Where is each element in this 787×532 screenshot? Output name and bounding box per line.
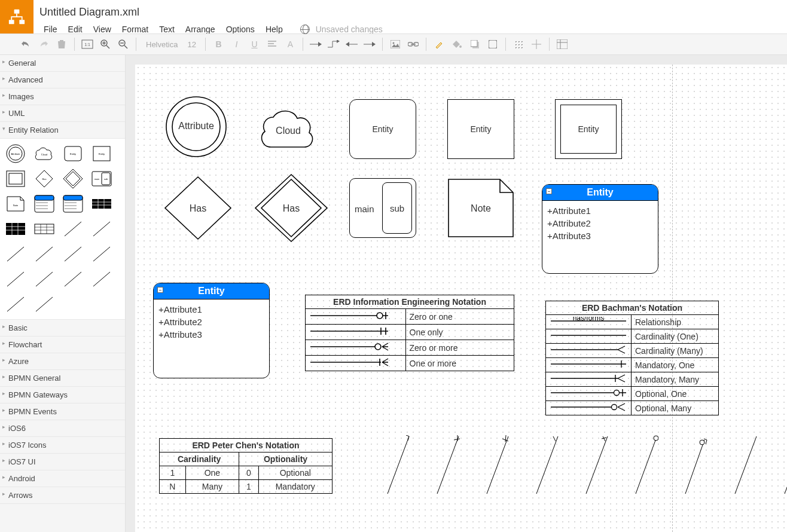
layout-button[interactable] xyxy=(553,36,571,53)
table-title: ERD Information Engineering Notation xyxy=(306,295,514,309)
palette-shape[interactable]: Note xyxy=(2,192,29,215)
palette-category[interactable]: General xyxy=(0,55,125,72)
palette-category[interactable]: Android xyxy=(0,470,125,487)
shape-entity-double[interactable]: Entity xyxy=(555,99,622,159)
svg-text:Note: Note xyxy=(13,204,19,207)
palette-category[interactable]: BPMN General xyxy=(0,370,125,387)
shape-has-diamond[interactable]: Has xyxy=(159,172,237,246)
palette-category[interactable]: Flowchart xyxy=(0,337,125,353)
shape-has-diamond-double[interactable]: Has xyxy=(252,172,330,246)
line-color-button[interactable] xyxy=(430,36,448,53)
shape-entity-class[interactable]: –Entity +Attribute1 +Attribute2 +Attribu… xyxy=(542,184,658,274)
erd-peterchen-table[interactable]: ERD Peter Chen's Notation CardinalityOpt… xyxy=(159,438,333,494)
insert-link-button[interactable] xyxy=(404,36,422,53)
zoom-out-button[interactable] xyxy=(114,36,132,53)
palette-shape[interactable] xyxy=(60,192,86,215)
shape-attribute[interactable]: Attribute xyxy=(160,94,232,161)
undo-button[interactable] xyxy=(17,36,35,53)
redo-button[interactable] xyxy=(35,36,53,53)
fill-color-button[interactable] xyxy=(448,36,466,53)
document-title[interactable]: Untitled Diagram.xml xyxy=(38,4,383,21)
connector-samples[interactable] xyxy=(386,435,787,495)
palette-shape[interactable]: Cloud xyxy=(31,142,57,165)
palette-category[interactable]: UML xyxy=(0,105,125,122)
palette-shape[interactable] xyxy=(89,192,115,215)
erd-ie-table[interactable]: ERD Information Engineering Notation Zer… xyxy=(305,295,514,371)
collapse-icon[interactable]: – xyxy=(157,287,163,293)
shape-entity-class[interactable]: –Entity +Attribute1 +Attribute2 +Attribu… xyxy=(153,283,270,378)
palette-shape[interactable] xyxy=(2,243,29,265)
palette-shape[interactable]: Attribute xyxy=(2,142,29,165)
bold-button[interactable]: B xyxy=(209,36,227,53)
palette-category[interactable]: Images xyxy=(0,88,125,105)
palette-category[interactable]: iOS7 Icons xyxy=(0,437,125,454)
palette-shape[interactable] xyxy=(31,268,57,291)
shape-label: Cloud xyxy=(252,126,324,136)
canvas[interactable]: Attribute Cloud Entity Entity Entity Has xyxy=(135,65,787,532)
svg-rect-36 xyxy=(92,199,111,209)
shape-note[interactable]: Note xyxy=(447,178,514,240)
actual-size-button[interactable]: 1:1 xyxy=(78,36,96,53)
palette-category[interactable]: Basic xyxy=(0,320,125,337)
shape-entity-rounded[interactable]: Entity xyxy=(349,99,416,159)
palette-shape[interactable]: Entity xyxy=(89,142,115,165)
palette-shape[interactable] xyxy=(31,218,57,240)
shape-attr: +Attribute1 xyxy=(547,204,653,217)
svg-text:has/forms: has/forms xyxy=(573,317,605,322)
palette-shape[interactable] xyxy=(60,218,86,240)
palette-shape[interactable] xyxy=(31,192,57,215)
palette-shape[interactable] xyxy=(2,268,29,291)
palette-category[interactable]: BPMN Gateways xyxy=(0,387,125,403)
palette-shape[interactable] xyxy=(31,243,57,265)
palette-shape[interactable] xyxy=(89,268,115,291)
table-header: Cardinality xyxy=(160,452,239,466)
palette-shape[interactable]: Has xyxy=(31,167,57,190)
table-cell: N xyxy=(160,480,186,494)
italic-button[interactable]: I xyxy=(227,36,245,53)
palette-shape[interactable] xyxy=(60,243,86,265)
collapse-icon[interactable]: – xyxy=(546,188,552,194)
palette-category[interactable]: Advanced xyxy=(0,72,125,88)
palette-shape[interactable] xyxy=(89,218,115,240)
shape-attr: +Attribute1 xyxy=(158,303,264,316)
font-family-select[interactable]: Helvetica xyxy=(140,39,184,50)
font-size-select[interactable]: 12 xyxy=(184,39,202,50)
svg-rect-37 xyxy=(6,223,25,235)
palette-shape[interactable] xyxy=(2,293,29,316)
erd-bachman-table[interactable]: ERD Bachman's Notation has/formsRelation… xyxy=(545,301,719,415)
line-end-button[interactable] xyxy=(361,36,379,53)
guides-button[interactable] xyxy=(527,36,545,53)
underline-button[interactable]: U xyxy=(245,36,263,53)
grid-button[interactable] xyxy=(510,36,527,53)
waypoints-button[interactable] xyxy=(325,36,343,53)
palette-category[interactable]: Azure xyxy=(0,353,125,370)
app-logo xyxy=(0,0,33,33)
palette-shape[interactable]: Entity xyxy=(60,142,86,165)
font-color-button[interactable]: A xyxy=(281,36,299,53)
shadow-button[interactable] xyxy=(466,36,484,53)
palette-shape[interactable] xyxy=(31,293,57,316)
palette-shape[interactable] xyxy=(2,167,29,190)
globe-icon[interactable] xyxy=(300,25,310,34)
rounded-button[interactable] xyxy=(484,36,502,53)
shape-cloud[interactable]: Cloud xyxy=(252,100,324,156)
delete-button[interactable] xyxy=(53,36,71,53)
palette-category[interactable]: Arrows xyxy=(0,487,125,504)
align-button[interactable] xyxy=(263,36,281,53)
palette-shape[interactable] xyxy=(89,243,115,265)
shape-entity-rect[interactable]: Entity xyxy=(447,99,514,159)
shape-label: Has xyxy=(159,203,237,214)
palette-category-active[interactable]: Entity Relation xyxy=(0,122,125,139)
palette-shape[interactable] xyxy=(60,268,86,291)
insert-image-button[interactable] xyxy=(386,36,404,53)
line-start-button[interactable] xyxy=(343,36,361,53)
palette-category[interactable]: BPMN Events xyxy=(0,403,125,420)
palette-category[interactable]: iOS7 UI xyxy=(0,454,125,470)
palette-shape[interactable] xyxy=(60,167,86,190)
palette-category[interactable]: iOS6 xyxy=(0,420,125,437)
palette-shape[interactable] xyxy=(2,218,29,240)
palette-shape[interactable]: mainsub xyxy=(89,167,115,190)
shape-main-sub[interactable]: sub main xyxy=(349,178,416,238)
zoom-in-button[interactable] xyxy=(96,36,114,53)
connection-button[interactable] xyxy=(307,36,325,53)
